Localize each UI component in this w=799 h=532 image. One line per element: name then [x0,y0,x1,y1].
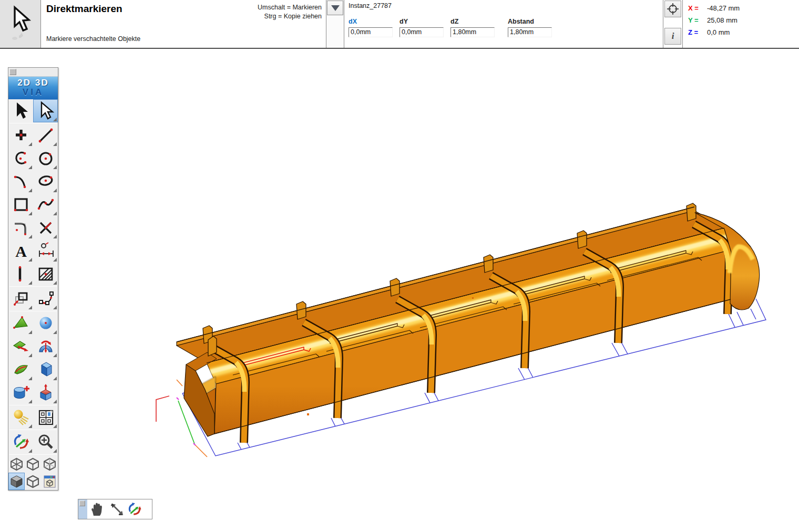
dz-input[interactable] [450,27,495,37]
palette-separator [9,430,57,430]
via-logo[interactable]: 2D3D VIA [8,77,58,99]
dy-input[interactable] [400,27,444,37]
field-dy: dY [400,18,444,37]
tool-palette: 2D3D VIA [8,67,58,491]
extrude-icon [11,337,31,357]
tool-direct-select[interactable] [33,99,58,122]
palette-separator [9,286,57,287]
tool-solid-box[interactable] [33,358,58,381]
view-toolbar-grip-handle[interactable] [79,500,85,506]
tool-rectangle[interactable] [8,193,33,216]
field-dz: dZ [450,18,495,37]
hidden-line-cube-icon [43,457,57,472]
sweep-surface-icon [11,360,31,380]
coord-z-row: Z = 0,0 mm [688,28,740,36]
tool-push-pull[interactable] [33,381,58,404]
direct-select-cursor-icon [7,5,34,43]
tool-select[interactable] [8,99,33,122]
tool-options-dropdown-button[interactable] [327,1,343,15]
model-3d-instance[interactable] [177,203,760,443]
text-tool-letter: A [15,243,27,260]
display-shaded[interactable] [8,473,25,490]
tool-text[interactable]: A [8,239,33,263]
display-shaded-edges[interactable] [25,473,41,490]
coord-z-label: Z = [688,28,707,36]
tool-line[interactable] [33,124,58,147]
tool-zoom[interactable] [33,431,58,454]
vertex-marker [472,297,474,299]
shaded-cube-icon [9,474,24,489]
orbit-rotate-icon [11,432,31,452]
tool-render-light[interactable] [8,406,33,429]
tool-arc[interactable] [8,147,33,170]
display-options-dialog[interactable] [42,473,58,490]
viewport-grid-icon [36,408,56,427]
display-wireframe[interactable] [25,455,41,473]
tool-header-bar: Direktmarkieren Markiere verschachtelte … [0,0,799,49]
view-toolbar-drag-grip[interactable] [78,499,87,519]
info-icon: i [672,31,674,41]
tool-sweep[interactable] [8,358,33,381]
sphere-icon [36,314,56,333]
display-wireframe-all[interactable] [8,455,25,473]
model-canvas[interactable] [0,50,799,532]
tool-curve[interactable] [8,170,33,193]
tool-hatch[interactable] [33,263,58,286]
axis-z-line [177,380,182,386]
direct-select-arrow-icon [36,101,56,121]
coord-x-label: X = [688,4,707,12]
tool-transform-copy[interactable] [8,287,33,310]
info-button[interactable]: i [664,28,681,45]
point-icon [11,126,31,145]
tool-trim[interactable] [33,216,58,239]
palette-drag-grip[interactable] [9,69,16,75]
boolean-cylinder-icon [11,383,31,403]
tool-viewport-layout[interactable] [33,406,58,429]
orbit-rotate-icon [126,501,144,518]
tool-circle[interactable] [33,147,58,170]
display-hidden-line[interactable] [42,455,58,473]
tool-path-edit[interactable] [33,287,58,310]
ellipse-icon [36,172,56,192]
tool-dimension[interactable] [33,239,58,263]
logo-3d-label: 3D [35,78,49,88]
hatch-icon [36,264,56,284]
instance-name: Instanz_27787 [349,2,663,9]
arc-icon [11,149,31,169]
tool-ellipse[interactable] [33,170,58,193]
tool-orbit[interactable] [8,431,33,454]
light-sphere-icon [11,408,31,427]
coord-y-label: Y = [688,16,707,24]
zoom-drag-button[interactable] [106,500,125,518]
dy-label: dY [400,18,444,25]
hint-ctrl: Strg = Kopie ziehen [258,12,322,21]
trim-cross-icon [36,218,56,238]
tool-revolve[interactable] [33,335,58,358]
pan-tool-button[interactable] [87,500,106,518]
palette-titlebar[interactable] [8,68,58,77]
text-tool-icon: A [11,241,31,261]
green-triangle-icon [11,314,31,333]
dx-input[interactable] [349,27,393,37]
tool-surface-plane[interactable] [8,312,33,335]
instance-parameters-panel: Instanz_27787 dX dY dZ Abstand [344,0,663,48]
orbit-view-button[interactable] [125,500,144,518]
tool-extrude[interactable] [8,335,33,358]
snap-target-button[interactable] [664,1,681,17]
tool-fillet[interactable] [8,216,33,239]
vertex-marker [307,413,309,415]
tool-spline[interactable] [33,193,58,216]
abstand-input[interactable] [508,27,552,37]
dimension-icon [36,241,56,261]
tool-segment[interactable] [8,263,33,286]
segment-icon [11,264,31,284]
tool-point[interactable] [8,124,33,147]
tool-sphere[interactable] [33,312,58,335]
outline-cube-icon [26,474,40,489]
transform-copy-icon [11,289,31,309]
rectangle-icon [11,195,31,215]
abstand-label: Abstand [508,18,552,25]
tool-boolean[interactable] [8,381,33,404]
tool-subtitle: Markiere verschachtelte Objekte [46,35,140,43]
path-edit-icon [36,289,56,309]
